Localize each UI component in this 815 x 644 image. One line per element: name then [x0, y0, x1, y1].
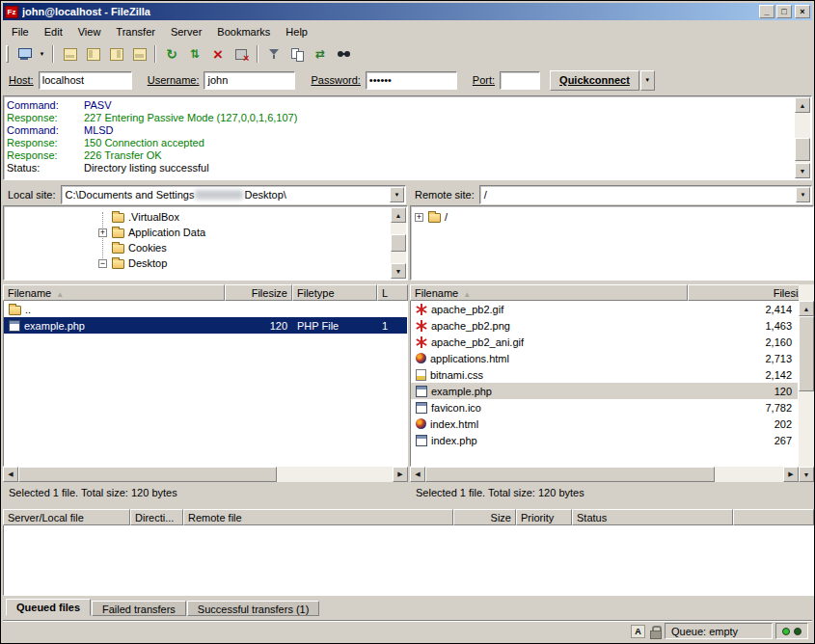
synchronized-browsing-button[interactable] [309, 43, 332, 65]
scrollbar-thumb[interactable] [391, 234, 406, 252]
file-row-example-php[interactable]: example.php 120 PHP File 1 [4, 317, 407, 334]
tree-expander[interactable]: − [98, 259, 107, 268]
column-header-status[interactable]: Status [572, 509, 733, 525]
column-header-last-modified[interactable]: L [377, 284, 408, 301]
scroll-down-button[interactable] [799, 467, 814, 482]
port-input[interactable] [500, 71, 540, 90]
scroll-right-button[interactable] [783, 467, 799, 482]
directory-comparison-button[interactable] [285, 43, 309, 65]
titlebar[interactable]: Fz john@localhost - FileZilla _ □ × [3, 3, 812, 20]
file-size: 2,713 [690, 353, 798, 364]
combo-dropdown-button[interactable] [390, 187, 404, 202]
site-manager-dropdown-button[interactable] [36, 43, 48, 65]
tab-successful-transfers[interactable]: Successful transfers (1) [187, 601, 320, 616]
queue-list[interactable] [3, 525, 814, 596]
log-scrollbar[interactable] [795, 97, 810, 178]
tree-item-desktop[interactable]: −Desktop [4, 255, 390, 271]
column-header-filesize[interactable]: Filesize [688, 284, 814, 301]
menu-transfer[interactable]: Transfer [108, 23, 163, 40]
minimize-button[interactable]: _ [759, 5, 774, 18]
toggle-queue-button[interactable] [127, 43, 150, 65]
encryption-lock-icon[interactable] [648, 625, 662, 638]
column-header-remote-file[interactable]: Remote file [183, 509, 453, 525]
tree-item-application-data[interactable]: +Application Data [4, 225, 390, 240]
menu-bookmarks[interactable]: Bookmarks [209, 23, 278, 40]
scroll-right-button[interactable] [393, 467, 408, 482]
remote-status-text: Selected 1 file. Total size: 120 bytes [410, 484, 814, 501]
scrollbar-thumb[interactable] [799, 316, 814, 391]
column-header-filetype[interactable]: Filetype [292, 284, 377, 301]
close-button[interactable]: × [795, 5, 810, 18]
column-header-filesize[interactable]: Filesize [225, 284, 292, 301]
tree-item-label: Desktop [128, 257, 167, 269]
tree-item-root[interactable]: +/ [411, 209, 796, 225]
column-header-priority[interactable]: Priority [516, 509, 572, 525]
local-site-combo[interactable]: C:\Documents and SettingsDesktop\ [61, 185, 406, 204]
menu-file[interactable]: File [4, 23, 37, 40]
tree-expander[interactable]: + [98, 228, 107, 237]
process-queue-button[interactable] [183, 43, 206, 65]
combo-dropdown-button[interactable] [796, 187, 810, 202]
file-row[interactable]: index.html202 [411, 416, 798, 432]
scroll-down-button[interactable] [391, 263, 406, 279]
scrollbar-thumb[interactable] [18, 467, 277, 482]
tree-item-cookies[interactable]: Cookies [4, 240, 390, 255]
local-tree-scrollbar[interactable] [391, 207, 406, 279]
menu-help[interactable]: Help [278, 23, 315, 40]
local-list-hscrollbar[interactable] [3, 467, 408, 482]
file-row[interactable]: applications.html2,713 [411, 350, 798, 366]
file-row[interactable]: bitnami.css2,142 [411, 366, 798, 383]
tab-queued-files[interactable]: Queued files [6, 599, 91, 616]
column-header-filename[interactable]: Filename [410, 284, 688, 301]
scroll-up-button[interactable] [391, 207, 406, 223]
scroll-up-button[interactable] [795, 97, 810, 113]
toggle-remote-tree-button[interactable] [104, 43, 127, 65]
file-size: 267 [690, 435, 798, 446]
tree-expander[interactable] [98, 244, 107, 253]
file-row-parent-dir[interactable]: .. [4, 301, 407, 317]
host-input[interactable] [39, 71, 132, 90]
tree-item-virtualbox[interactable]: .VirtualBox [4, 209, 390, 225]
column-header-filename[interactable]: Filename [3, 284, 225, 301]
tree-expander[interactable]: + [415, 213, 423, 222]
tab-failed-transfers[interactable]: Failed transfers [92, 601, 186, 616]
filezilla-logo-icon: Fz [5, 6, 18, 18]
file-row[interactable]: favicon.ico7,782 [411, 399, 798, 416]
scrollbar-thumb[interactable] [795, 138, 810, 161]
find-button[interactable] [332, 43, 355, 65]
toggle-local-tree-button[interactable] [81, 43, 104, 65]
file-row[interactable]: apache_pb2.png1,463 [411, 317, 798, 334]
disconnect-button[interactable] [230, 43, 253, 65]
menu-view[interactable]: View [70, 23, 109, 40]
toggle-message-log-button[interactable] [58, 43, 81, 65]
scroll-left-button[interactable] [3, 467, 18, 482]
scrollbar-thumb[interactable] [425, 467, 715, 482]
quickconnect-button[interactable]: Quickconnect [550, 70, 639, 91]
scroll-up-button[interactable] [799, 301, 814, 316]
tree-expander[interactable] [98, 213, 107, 222]
site-manager-button[interactable] [13, 43, 36, 65]
file-row[interactable]: index.php267 [411, 432, 798, 448]
menu-edit[interactable]: Edit [37, 23, 70, 40]
maximize-button[interactable]: □ [776, 5, 792, 18]
quickconnect-dropdown-button[interactable] [640, 70, 655, 91]
cancel-button[interactable] [206, 43, 230, 65]
remote-site-combo[interactable]: / [479, 185, 812, 204]
remote-list-hscrollbar[interactable] [410, 467, 799, 482]
column-header-size[interactable]: Size [453, 509, 516, 525]
data-type-indicator-icon[interactable]: A [631, 625, 645, 638]
filter-button[interactable] [262, 43, 285, 65]
username-input[interactable] [204, 71, 295, 90]
refresh-button[interactable] [160, 43, 183, 65]
column-header-direction[interactable]: Directi... [130, 509, 183, 525]
file-row[interactable]: apache_pb2.gif2,414 [411, 301, 798, 317]
password-input[interactable] [366, 71, 457, 90]
menu-server[interactable]: Server [163, 23, 209, 40]
column-header-server-local-file[interactable]: Server/Local file [3, 509, 130, 525]
scroll-down-button[interactable] [795, 163, 810, 178]
scroll-left-button[interactable] [410, 467, 425, 482]
remote-list-scrollbar[interactable] [799, 284, 814, 482]
file-row-example-php[interactable]: example.php120 [411, 383, 798, 399]
toolbar-grip [6, 45, 9, 63]
file-row[interactable]: apache_pb2_ani.gif2,160 [411, 334, 798, 350]
